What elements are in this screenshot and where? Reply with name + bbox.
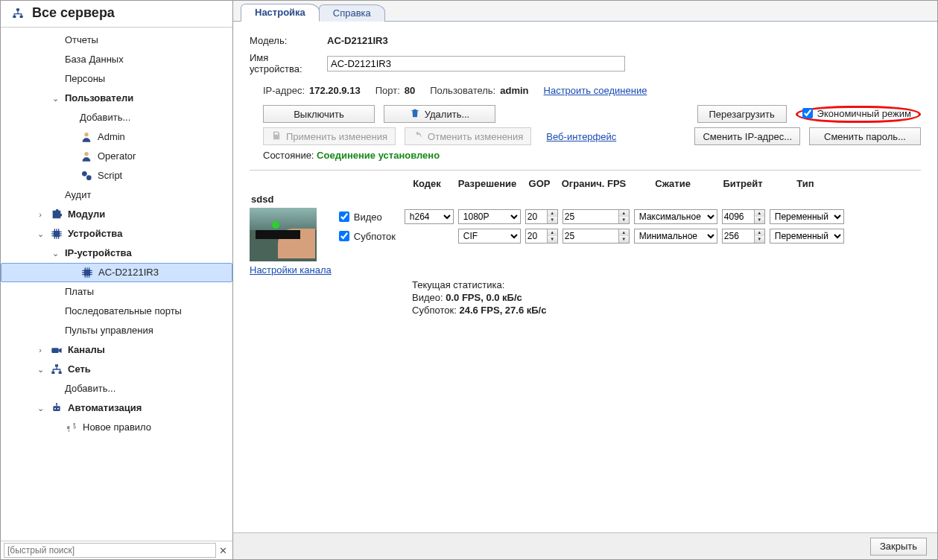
chevron-down-icon: ⌄ bbox=[50, 245, 60, 261]
spin-down-icon[interactable]: ▼ bbox=[618, 217, 629, 223]
spin-down-icon[interactable]: ▼ bbox=[754, 236, 764, 243]
select-input[interactable]: CIF bbox=[458, 229, 521, 244]
clear-search-icon[interactable]: ✕ bbox=[216, 544, 229, 557]
spin-up-icon[interactable]: ▲ bbox=[754, 229, 764, 236]
spin-up-icon[interactable]: ▲ bbox=[547, 210, 557, 217]
tree-item[interactable]: База Данных bbox=[1, 50, 232, 69]
chevron-down-icon: ⌄ bbox=[35, 361, 45, 378]
select-input[interactable]: Минимальное bbox=[634, 229, 717, 244]
svg-rect-0 bbox=[16, 8, 19, 10]
channel-thumbnail[interactable] bbox=[250, 208, 317, 261]
tree-item-label: Аудит bbox=[65, 187, 91, 203]
tree-item[interactable]: Пульты управления bbox=[1, 321, 232, 340]
apply-button: Применить изменения bbox=[263, 127, 396, 145]
close-button[interactable]: Закрыть bbox=[870, 538, 927, 556]
svg-rect-2 bbox=[20, 15, 23, 17]
sidebar: Все сервера ОтчетыБаза ДанныхПерсоны⌄Пол… bbox=[1, 1, 233, 559]
spin-down-icon[interactable]: ▼ bbox=[618, 236, 629, 243]
tree-item-label: Последовательные порты bbox=[65, 303, 182, 319]
spin-up-icon[interactable]: ▲ bbox=[618, 229, 629, 236]
spin-input[interactable]: ▲▼ bbox=[722, 209, 765, 224]
user-value: admin bbox=[500, 85, 528, 96]
tree-item-label: Script bbox=[98, 168, 122, 184]
change-password-button[interactable]: Сменить пароль... bbox=[809, 127, 921, 145]
tree-item[interactable]: Отчеты bbox=[1, 31, 232, 50]
select-input[interactable]: h264 bbox=[405, 209, 454, 224]
tree-item-label: Устройства bbox=[68, 226, 122, 242]
nav-tree[interactable]: ОтчетыБаза ДанныхПерсоны⌄ПользователиДоб… bbox=[1, 28, 232, 541]
spin-down-icon[interactable]: ▼ bbox=[547, 217, 557, 223]
save-icon bbox=[271, 130, 282, 143]
svg-point-15 bbox=[57, 408, 59, 410]
tree-item[interactable]: ›Каналы bbox=[1, 340, 232, 360]
tabs-bar: Настройка Справка bbox=[233, 1, 937, 22]
device-name-input[interactable] bbox=[327, 56, 625, 71]
camera-icon bbox=[50, 344, 63, 356]
tab-help[interactable]: Справка bbox=[319, 4, 385, 22]
tab-settings[interactable]: Настройка bbox=[241, 4, 320, 22]
separator bbox=[250, 170, 921, 171]
tree-item[interactable]: ⌄IP-устройства bbox=[1, 244, 232, 263]
tree-item[interactable]: ⌄Сеть bbox=[1, 360, 232, 379]
undo-icon bbox=[413, 130, 423, 143]
tree-item-label: Пользователи bbox=[65, 90, 133, 106]
tree-item[interactable]: Последовательные порты bbox=[1, 302, 232, 321]
tree-item-label: База Данных bbox=[65, 51, 124, 68]
tree-item[interactable]: ›Модули bbox=[1, 205, 232, 224]
quick-search: ✕ bbox=[1, 541, 232, 559]
status-row: Состояние: Соединение установлено bbox=[250, 150, 921, 161]
tree-item[interactable]: Платы bbox=[1, 282, 232, 302]
spin-down-icon[interactable]: ▼ bbox=[547, 236, 557, 243]
delete-button[interactable]: Удалить... bbox=[384, 105, 495, 123]
channel-settings-link[interactable]: Настройки канала bbox=[250, 264, 332, 276]
power-off-button[interactable]: Выключить bbox=[263, 105, 375, 123]
chevron-right-icon: › bbox=[35, 206, 45, 223]
tree-item-label: Добавить... bbox=[80, 109, 130, 126]
tree-item-label: Модули bbox=[68, 206, 105, 223]
tree-item[interactable]: Operator bbox=[1, 147, 232, 166]
select-input[interactable]: Максимальное bbox=[634, 209, 717, 224]
tree-item-label: Новое правило bbox=[83, 419, 151, 436]
web-interface-link[interactable]: Веб-интерфейс bbox=[546, 131, 616, 142]
tree-item[interactable]: Персоны bbox=[1, 69, 232, 89]
tree-item[interactable]: AC-D2121IR3 bbox=[1, 263, 232, 282]
svg-point-16 bbox=[56, 403, 57, 404]
tree-item[interactable]: Script bbox=[1, 166, 232, 185]
tree-item[interactable]: Добавить... bbox=[1, 108, 232, 127]
chip-icon bbox=[50, 228, 63, 240]
spin-input[interactable]: ▲▼ bbox=[722, 229, 765, 244]
change-ip-button[interactable]: Сменить IP-адрес... bbox=[694, 127, 800, 145]
configure-connection-link[interactable]: Настроить соединение bbox=[544, 85, 647, 96]
tree-item[interactable]: Добавить... bbox=[1, 379, 232, 398]
spin-up-icon[interactable]: ▲ bbox=[754, 210, 764, 217]
svg-rect-8 bbox=[84, 270, 90, 276]
sidebar-title: Все сервера bbox=[32, 5, 115, 21]
spin-input[interactable]: ▲▼ bbox=[563, 229, 630, 244]
cancel-button: Отменить изменения bbox=[405, 127, 531, 145]
spin-up-icon[interactable]: ▲ bbox=[547, 229, 557, 236]
stream-enable-checkbox[interactable]: Субпоток bbox=[339, 231, 400, 242]
stream-enable-checkbox[interactable]: Видео bbox=[339, 211, 400, 223]
spin-up-icon[interactable]: ▲ bbox=[618, 210, 629, 217]
spin-input[interactable]: ▲▼ bbox=[525, 209, 558, 224]
tree-item[interactable]: ⌄Пользователи bbox=[1, 89, 232, 108]
tree-item[interactable]: Admin bbox=[1, 127, 232, 147]
select-input[interactable]: Переменный bbox=[770, 209, 844, 224]
spin-input[interactable]: ▲▼ bbox=[525, 229, 558, 244]
puzzle-icon bbox=[50, 209, 63, 220]
tree-item[interactable]: ⌄Устройства bbox=[1, 224, 232, 244]
tree-item[interactable]: Новое правило bbox=[1, 418, 232, 437]
select-input[interactable]: 1080P bbox=[458, 209, 521, 224]
search-input[interactable] bbox=[4, 543, 216, 558]
tree-item[interactable]: Аудит bbox=[1, 185, 232, 205]
network-icon bbox=[11, 7, 25, 19]
eco-mode-checkbox[interactable]: Экономичный режим bbox=[802, 108, 911, 119]
tree-item[interactable]: ⌄Автоматизация bbox=[1, 398, 232, 418]
spin-input[interactable]: ▲▼ bbox=[563, 209, 630, 224]
user-icon bbox=[80, 131, 93, 143]
select-input[interactable]: Переменный bbox=[770, 229, 844, 244]
reboot-button[interactable]: Перезагрузить bbox=[697, 105, 787, 123]
ip-value: 172.20.9.13 bbox=[309, 85, 361, 96]
spin-down-icon[interactable]: ▼ bbox=[754, 217, 764, 223]
device-name-label: Имя устройства: bbox=[250, 52, 321, 74]
